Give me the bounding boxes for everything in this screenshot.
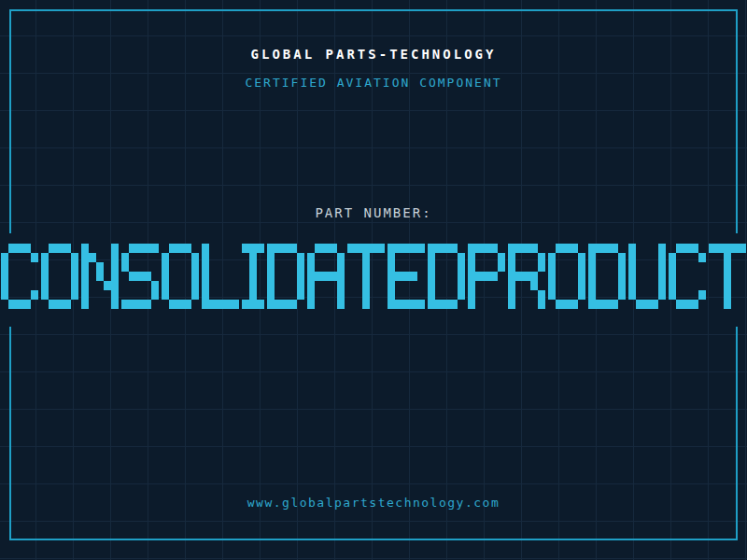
glyph-pixel <box>89 281 96 290</box>
glyph-pixel <box>1 272 8 281</box>
glyph-pixel <box>443 272 450 281</box>
glyph-pixel <box>428 300 435 309</box>
glyph-pixel <box>563 300 571 309</box>
glyph-pixel <box>548 272 556 281</box>
glyph-pixel <box>151 272 159 281</box>
glyph-pixel <box>556 290 563 300</box>
glyph-pixel <box>96 281 104 290</box>
glyph-pixel <box>475 281 483 290</box>
glyph-pixel <box>698 281 706 290</box>
glyph-pixel <box>588 244 596 253</box>
glyph-pixel <box>428 262 435 272</box>
glyph-pixel <box>377 253 385 262</box>
glyph-pixel <box>676 262 684 272</box>
glyph-pixel <box>151 262 159 272</box>
glyph-pixel <box>322 272 330 281</box>
glyph-pixel <box>8 300 16 309</box>
glyph-pixel <box>538 290 545 300</box>
glyph-pixel <box>530 253 538 262</box>
glyph-pixel <box>611 244 618 253</box>
glyph-pixel <box>121 244 129 253</box>
glyph-pixel <box>578 281 585 290</box>
glyph-pixel <box>81 253 89 262</box>
glyph-pixel <box>458 290 465 300</box>
glyph-pixel <box>724 272 731 281</box>
glyph-pixel <box>129 262 136 272</box>
glyph-pixel <box>370 244 377 253</box>
glyph-pixel <box>588 290 596 300</box>
glyph-pixel <box>691 290 698 300</box>
glyph-pixel <box>249 244 257 253</box>
glyph-pixel <box>217 290 224 300</box>
glyph-pixel <box>71 244 78 253</box>
glyph-pixel <box>651 272 658 281</box>
glyph-pixel <box>651 300 658 309</box>
glyph-pixel <box>81 272 89 281</box>
glyph-pixel <box>355 281 362 290</box>
glyph-pixel <box>49 272 56 281</box>
glyph-pixel <box>588 253 596 262</box>
glyph-pixel <box>224 300 232 309</box>
glyph-pixel <box>658 290 666 300</box>
glyph-pixel <box>104 272 111 281</box>
glyph-pixel <box>676 300 684 309</box>
glyph-pixel <box>337 300 345 309</box>
glyph-pixel <box>249 281 257 290</box>
glyph-pixel <box>530 262 538 272</box>
glyph-pixel <box>16 300 23 309</box>
glyph-pixel <box>31 290 38 300</box>
glyph-pixel <box>8 272 16 281</box>
glyph-pixel <box>596 244 603 253</box>
glyph-pixel <box>458 272 465 281</box>
glyph-pixel <box>428 244 435 253</box>
glyph-pixel <box>209 272 217 281</box>
glyph-pixel <box>698 253 706 262</box>
glyph-pixel <box>209 262 217 272</box>
glyph-pixel <box>104 290 111 300</box>
glyph-pixel <box>31 300 38 309</box>
glyph-pixel <box>202 253 209 262</box>
glyph-pixel <box>249 300 257 309</box>
glyph-pixel <box>523 300 530 309</box>
glyph-pixel <box>111 244 119 253</box>
glyph-pixel <box>275 253 282 262</box>
glyph-pixel <box>563 253 571 262</box>
glyph-pixel <box>176 272 184 281</box>
glyph-pixel <box>684 290 691 300</box>
glyph-pixel <box>169 244 176 253</box>
glyph-pixel <box>658 253 666 262</box>
glyph-pixel <box>468 272 475 281</box>
glyph-pixel <box>490 290 498 300</box>
glyph-pixel <box>709 262 716 272</box>
glyph-pixel <box>111 290 119 300</box>
glyph-pixel <box>144 253 151 262</box>
glyph-pixel <box>508 281 515 290</box>
glyph-pixel <box>56 272 63 281</box>
glyph-pixel <box>184 244 191 253</box>
website-url: www.globalpartstechnology.com <box>0 496 747 510</box>
glyph-pixel <box>388 262 395 272</box>
glyph-pixel <box>709 300 716 309</box>
glyph-pixel <box>217 253 224 262</box>
glyph-pixel <box>96 262 104 272</box>
glyph-pixel <box>267 290 275 300</box>
glyph-pixel <box>709 281 716 290</box>
glyph-pixel <box>322 262 330 272</box>
glyph-pixel <box>458 253 465 262</box>
glyph-pixel <box>111 253 119 262</box>
glyph-pixel <box>191 262 199 272</box>
certification-subtitle: CERTIFIED AVIATION COMPONENT <box>0 76 747 90</box>
glyph-pixel <box>315 262 322 272</box>
glyph-pixel <box>151 281 159 290</box>
glyph-pixel <box>202 262 209 272</box>
glyph-pixel <box>232 272 239 281</box>
glyph-pixel <box>362 244 370 253</box>
glyph-pixel <box>184 281 191 290</box>
glyph-pixel <box>307 272 315 281</box>
glyph-pixel <box>202 300 209 309</box>
glyph-pixel <box>257 272 264 281</box>
glyph-pixel <box>71 262 78 272</box>
glyph-pixel <box>56 300 63 309</box>
glyph-pixel <box>490 262 498 272</box>
glyph-pixel <box>739 281 746 290</box>
